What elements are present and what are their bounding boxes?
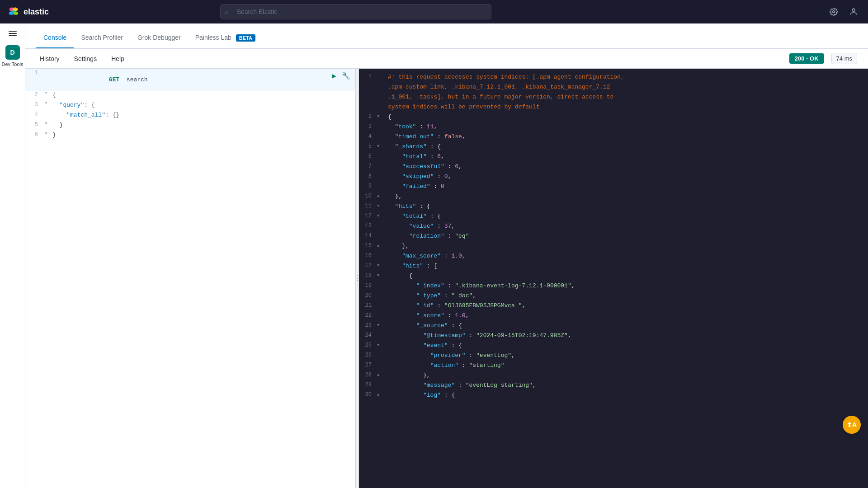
out-gutter-c3 (377, 93, 384, 94)
hamburger-line (9, 33, 17, 34)
out-num-16: 16 (359, 252, 377, 259)
panel-divider[interactable]: ⋮ (355, 69, 359, 488)
line-code-6[interactable]: } (51, 131, 355, 139)
out-num-1: 1 (359, 73, 377, 80)
out-num-5: 5 (359, 142, 377, 150)
tab-bar: Console Search Profiler Grok Debugger Pa… (25, 23, 868, 49)
out-gutter-9 (377, 182, 384, 184)
out-gutter-18[interactable]: ▼ (377, 272, 384, 278)
out-line-23: 23 ▼ "_source" : { (359, 321, 868, 331)
output-content[interactable]: 1 #! this request accesses system indice… (359, 69, 868, 488)
user-menu-btn[interactable] (846, 5, 861, 19)
out-gutter-10[interactable]: ▲ (377, 192, 384, 198)
out-gutter-11[interactable]: ▼ (377, 202, 384, 208)
line-code-3[interactable]: "query": { (51, 101, 355, 109)
out-num-30: 30 (359, 391, 377, 398)
out-code-16: "max_score" : 1.0, (384, 252, 868, 260)
out-gutter-25[interactable]: ▼ (377, 341, 384, 347)
global-search-bar: ⌕ (220, 4, 491, 19)
code-lines: 1 GET _search ▶ 🔧 2 (25, 69, 355, 141)
out-gutter-4 (377, 132, 384, 134)
out-code-11: "hits" : { (384, 202, 868, 211)
out-gutter-23[interactable]: ▼ (377, 321, 384, 328)
global-search-input[interactable] (220, 4, 491, 19)
out-code-20: "_type" : "_doc", (384, 291, 868, 300)
out-gutter-17[interactable]: ▼ (377, 262, 384, 268)
out-num-25: 25 (359, 341, 377, 348)
out-code-c3: .1_001, .tasks], but in a future major v… (384, 93, 868, 101)
help-btn[interactable]: Help (108, 53, 128, 64)
out-line-8: 8 "skipped" : 0, (359, 172, 868, 182)
out-line-10: 10 ▲ }, (359, 192, 868, 202)
out-code-30: "log" : { (384, 391, 868, 399)
out-num-26: 26 (359, 351, 377, 358)
line-code-5[interactable]: } (51, 121, 355, 129)
user-avatar[interactable]: D (5, 45, 20, 60)
out-code-25: "event" : { (384, 341, 868, 350)
out-num-14: 14 (359, 232, 377, 239)
out-gutter-28[interactable]: ▲ (377, 371, 384, 377)
out-code-22: "_score" : 1.0, (384, 311, 868, 320)
out-num-2: 2 (359, 113, 377, 120)
line-gutter-5[interactable]: ▲ (42, 121, 51, 125)
out-gutter-c4 (377, 103, 384, 104)
editor-panel: 1 GET _search ▶ 🔧 2 (25, 69, 355, 488)
floating-help-btn[interactable]: ⬆A (843, 416, 861, 434)
out-line-11: 11 ▼ "hits" : { (359, 202, 868, 211)
line-code-1[interactable]: GET _search (51, 69, 355, 91)
out-gutter-15[interactable]: ▲ (377, 242, 384, 248)
line-gutter-2[interactable]: ▼ (42, 91, 51, 95)
settings-btn[interactable]: Settings (71, 53, 101, 64)
out-line-12: 12 ▼ "total" : { (359, 211, 868, 221)
tab-search-profiler[interactable]: Search Profiler (74, 28, 130, 48)
out-code-28: }, (384, 371, 868, 380)
line-code-4[interactable]: "match_all": {} (51, 111, 355, 119)
out-gutter-5[interactable]: ▼ (377, 142, 384, 149)
out-line-2: 2 ▼ { (359, 112, 868, 122)
hamburger-line (9, 31, 17, 32)
output-panel: 1 #! this request accesses system indice… (359, 69, 868, 488)
settings-icon-btn[interactable] (826, 5, 841, 19)
key-match-all: "match_all" (66, 112, 105, 118)
out-gutter-14 (377, 232, 384, 234)
out-line-7: 7 "successful" : 6, (359, 162, 868, 172)
out-gutter-2[interactable]: ▼ (377, 113, 384, 119)
painless-lab-label: Painless Lab (195, 34, 231, 41)
line-gutter-3[interactable]: ▼ (42, 101, 51, 105)
out-gutter-12[interactable]: ▼ (377, 212, 384, 218)
out-num-18: 18 (359, 272, 377, 279)
tab-console[interactable]: Console (36, 28, 74, 48)
out-num-c4 (359, 103, 377, 103)
out-code-29: "message" : "eventLog starting", (384, 381, 868, 389)
out-line-17: 17 ▼ "hits" : [ (359, 261, 868, 271)
out-num-3: 3 (359, 122, 377, 130)
editor-line-4: 4 "match_all": {} (25, 111, 355, 121)
line-num-5: 5 (25, 121, 42, 128)
hamburger-menu-btn[interactable] (5, 27, 20, 40)
out-line-27: 27 "action" : "starting" (359, 361, 868, 371)
history-btn[interactable]: History (36, 53, 63, 64)
tab-painless-lab[interactable]: Painless Lab BETA (188, 28, 263, 48)
out-code-17: "hits" : [ (384, 262, 868, 270)
out-num-19: 19 (359, 282, 377, 289)
out-gutter-30[interactable]: ▲ (377, 391, 384, 397)
out-code-26: "provider" : "eventLog", (384, 351, 868, 360)
out-num-13: 13 (359, 222, 377, 229)
tab-grok-debugger[interactable]: Grok Debugger (130, 28, 188, 48)
out-code-c2: .apm-custom-link, .kibana_7.12.1_001, .k… (384, 83, 868, 91)
out-code-23: "_source" : { (384, 321, 868, 330)
run-icon[interactable]: ▶ (331, 70, 337, 81)
line-actions-1: ▶ 🔧 (331, 70, 351, 81)
out-line-30: 30 ▲ "log" : { (359, 390, 868, 400)
out-code-3: "took" : 11, (384, 122, 868, 131)
wrench-icon[interactable]: 🔧 (341, 71, 351, 81)
svg-point-6 (833, 11, 835, 13)
editor-line-2: 2 ▼ { (25, 91, 355, 101)
line-code-2[interactable]: { (51, 91, 355, 99)
line-num-6: 6 (25, 131, 42, 138)
out-line-comment-4: system indices will be prevented by defa… (359, 102, 868, 112)
editor-content[interactable]: 1 GET _search ▶ 🔧 2 (25, 69, 355, 488)
line-gutter-6[interactable]: ▲ (42, 131, 51, 135)
out-gutter-13 (377, 222, 384, 224)
out-gutter-7 (377, 162, 384, 164)
